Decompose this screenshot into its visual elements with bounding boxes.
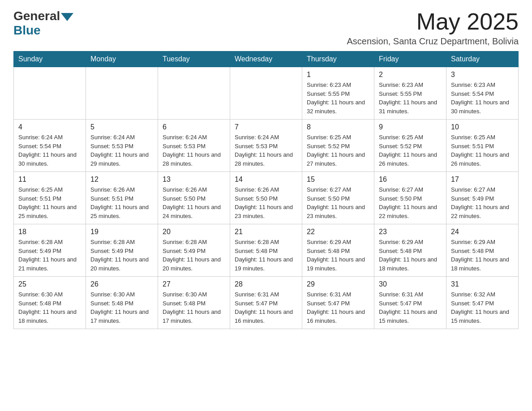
- day-info: Sunrise: 6:23 AMSunset: 5:55 PMDaylight:…: [307, 81, 369, 116]
- calendar-cell: [86, 67, 158, 120]
- day-info: Sunrise: 6:31 AMSunset: 5:47 PMDaylight:…: [235, 290, 297, 325]
- day-number: 16: [379, 176, 442, 184]
- day-number: 31: [451, 280, 514, 288]
- calendar-cell: 8Sunrise: 6:25 AMSunset: 5:52 PMDaylight…: [302, 120, 374, 172]
- day-header-thursday: Thursday: [302, 51, 374, 67]
- day-header-saturday: Saturday: [446, 51, 519, 67]
- calendar-cell: 26Sunrise: 6:30 AMSunset: 5:48 PMDayligh…: [86, 277, 158, 329]
- day-info: Sunrise: 6:24 AMSunset: 5:53 PMDaylight:…: [163, 133, 225, 168]
- calendar-cell: 20Sunrise: 6:28 AMSunset: 5:49 PMDayligh…: [158, 224, 230, 277]
- day-info: Sunrise: 6:25 AMSunset: 5:51 PMDaylight:…: [18, 185, 81, 220]
- day-info: Sunrise: 6:27 AMSunset: 5:50 PMDaylight:…: [379, 185, 442, 220]
- calendar-cell: 4Sunrise: 6:24 AMSunset: 5:54 PMDaylight…: [14, 120, 86, 172]
- day-number: 26: [90, 280, 153, 288]
- day-number: 10: [451, 123, 514, 131]
- calendar-cell: 28Sunrise: 6:31 AMSunset: 5:47 PMDayligh…: [230, 277, 302, 329]
- day-info: Sunrise: 6:25 AMSunset: 5:52 PMDaylight:…: [379, 133, 442, 168]
- day-info: Sunrise: 6:30 AMSunset: 5:48 PMDaylight:…: [18, 290, 81, 325]
- day-info: Sunrise: 6:24 AMSunset: 5:54 PMDaylight:…: [18, 133, 81, 168]
- day-info: Sunrise: 6:25 AMSunset: 5:51 PMDaylight:…: [451, 133, 514, 168]
- day-number: 20: [163, 228, 225, 236]
- calendar-cell: 7Sunrise: 6:24 AMSunset: 5:53 PMDaylight…: [230, 120, 302, 172]
- calendar-cell: 5Sunrise: 6:24 AMSunset: 5:53 PMDaylight…: [86, 120, 158, 172]
- day-number: 8: [307, 123, 369, 131]
- day-number: 2: [379, 71, 442, 79]
- day-info: Sunrise: 6:28 AMSunset: 5:48 PMDaylight:…: [235, 238, 297, 273]
- calendar-cell: [158, 67, 230, 120]
- calendar-cell: 13Sunrise: 6:26 AMSunset: 5:50 PMDayligh…: [158, 172, 230, 224]
- calendar-cell: 27Sunrise: 6:30 AMSunset: 5:48 PMDayligh…: [158, 277, 230, 329]
- day-info: Sunrise: 6:31 AMSunset: 5:47 PMDaylight:…: [307, 290, 369, 325]
- calendar-cell: 19Sunrise: 6:28 AMSunset: 5:49 PMDayligh…: [86, 224, 158, 277]
- calendar-cell: 9Sunrise: 6:25 AMSunset: 5:52 PMDaylight…: [374, 120, 446, 172]
- day-info: Sunrise: 6:32 AMSunset: 5:47 PMDaylight:…: [451, 290, 514, 325]
- day-number: 9: [379, 123, 442, 131]
- calendar-cell: 21Sunrise: 6:28 AMSunset: 5:48 PMDayligh…: [230, 224, 302, 277]
- day-number: 5: [90, 123, 153, 131]
- day-number: 6: [163, 123, 225, 131]
- day-number: 13: [163, 176, 225, 184]
- day-info: Sunrise: 6:31 AMSunset: 5:47 PMDaylight:…: [379, 290, 442, 325]
- title-area: May 2025 Ascension, Santa Cruz Departmen…: [347, 9, 519, 47]
- day-info: Sunrise: 6:24 AMSunset: 5:53 PMDaylight:…: [235, 133, 297, 168]
- calendar-week-row: 18Sunrise: 6:28 AMSunset: 5:49 PMDayligh…: [14, 224, 519, 277]
- day-info: Sunrise: 6:26 AMSunset: 5:51 PMDaylight:…: [90, 185, 153, 220]
- day-info: Sunrise: 6:28 AMSunset: 5:49 PMDaylight:…: [163, 238, 225, 273]
- day-info: Sunrise: 6:24 AMSunset: 5:53 PMDaylight:…: [90, 133, 153, 168]
- day-info: Sunrise: 6:28 AMSunset: 5:49 PMDaylight:…: [90, 238, 153, 273]
- day-number: 27: [163, 280, 225, 288]
- calendar-cell: 6Sunrise: 6:24 AMSunset: 5:53 PMDaylight…: [158, 120, 230, 172]
- day-number: 7: [235, 123, 297, 131]
- day-header-monday: Monday: [86, 51, 158, 67]
- calendar-cell: 17Sunrise: 6:27 AMSunset: 5:49 PMDayligh…: [446, 172, 519, 224]
- day-info: Sunrise: 6:26 AMSunset: 5:50 PMDaylight:…: [163, 185, 225, 220]
- calendar-week-row: 11Sunrise: 6:25 AMSunset: 5:51 PMDayligh…: [14, 172, 519, 224]
- calendar-cell: 29Sunrise: 6:31 AMSunset: 5:47 PMDayligh…: [302, 277, 374, 329]
- day-number: 1: [307, 71, 369, 79]
- calendar-week-row: 25Sunrise: 6:30 AMSunset: 5:48 PMDayligh…: [14, 277, 519, 329]
- day-number: 15: [307, 176, 369, 184]
- calendar-cell: 18Sunrise: 6:28 AMSunset: 5:49 PMDayligh…: [14, 224, 86, 277]
- calendar-cell: 12Sunrise: 6:26 AMSunset: 5:51 PMDayligh…: [86, 172, 158, 224]
- calendar-cell: 14Sunrise: 6:26 AMSunset: 5:50 PMDayligh…: [230, 172, 302, 224]
- month-title: May 2025: [347, 9, 519, 34]
- calendar-cell: 16Sunrise: 6:27 AMSunset: 5:50 PMDayligh…: [374, 172, 446, 224]
- day-number: 21: [235, 228, 297, 236]
- day-info: Sunrise: 6:29 AMSunset: 5:48 PMDaylight:…: [379, 238, 442, 273]
- day-header-wednesday: Wednesday: [230, 51, 302, 67]
- calendar-table: SundayMondayTuesdayWednesdayThursdayFrid…: [13, 51, 519, 329]
- calendar-cell: 25Sunrise: 6:30 AMSunset: 5:48 PMDayligh…: [14, 277, 86, 329]
- day-info: Sunrise: 6:29 AMSunset: 5:48 PMDaylight:…: [451, 238, 514, 273]
- day-number: 24: [451, 228, 514, 236]
- day-number: 14: [235, 176, 297, 184]
- day-info: Sunrise: 6:23 AMSunset: 5:55 PMDaylight:…: [379, 81, 442, 116]
- logo-triangle-icon: [61, 13, 73, 21]
- calendar-cell: 3Sunrise: 6:23 AMSunset: 5:54 PMDaylight…: [446, 67, 519, 120]
- day-header-tuesday: Tuesday: [158, 51, 230, 67]
- calendar-cell: 15Sunrise: 6:27 AMSunset: 5:50 PMDayligh…: [302, 172, 374, 224]
- logo: General Blue: [13, 9, 73, 38]
- page-header: General Blue May 2025 Ascension, Santa C…: [13, 9, 519, 47]
- location-title: Ascension, Santa Cruz Department, Bolivi…: [347, 36, 519, 47]
- calendar-cell: 24Sunrise: 6:29 AMSunset: 5:48 PMDayligh…: [446, 224, 519, 277]
- day-number: 23: [379, 228, 442, 236]
- day-number: 12: [90, 176, 153, 184]
- calendar-cell: 22Sunrise: 6:29 AMSunset: 5:48 PMDayligh…: [302, 224, 374, 277]
- calendar-cell: 1Sunrise: 6:23 AMSunset: 5:55 PMDaylight…: [302, 67, 374, 120]
- day-info: Sunrise: 6:30 AMSunset: 5:48 PMDaylight:…: [163, 290, 225, 325]
- day-number: 28: [235, 280, 297, 288]
- day-number: 17: [451, 176, 514, 184]
- day-number: 25: [18, 280, 81, 288]
- calendar-cell: [230, 67, 302, 120]
- logo-general-text: General: [13, 9, 60, 23]
- calendar-week-row: 1Sunrise: 6:23 AMSunset: 5:55 PMDaylight…: [14, 67, 519, 120]
- calendar-cell: 31Sunrise: 6:32 AMSunset: 5:47 PMDayligh…: [446, 277, 519, 329]
- day-info: Sunrise: 6:27 AMSunset: 5:50 PMDaylight:…: [307, 185, 369, 220]
- day-number: 11: [18, 176, 81, 184]
- day-header-friday: Friday: [374, 51, 446, 67]
- day-header-sunday: Sunday: [14, 51, 86, 67]
- day-number: 29: [307, 280, 369, 288]
- day-info: Sunrise: 6:26 AMSunset: 5:50 PMDaylight:…: [235, 185, 297, 220]
- calendar-week-row: 4Sunrise: 6:24 AMSunset: 5:54 PMDaylight…: [14, 120, 519, 172]
- day-number: 30: [379, 280, 442, 288]
